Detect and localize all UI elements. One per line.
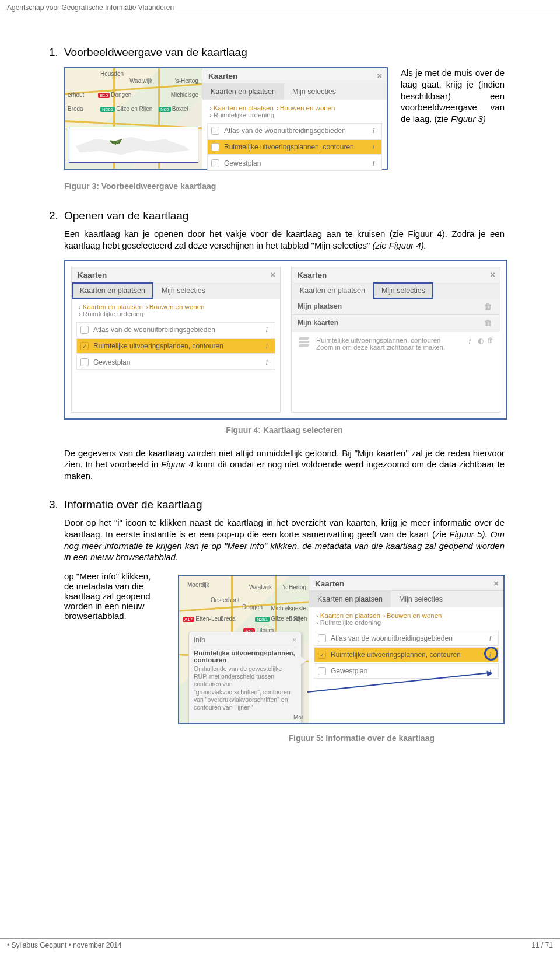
- close-icon[interactable]: ×: [377, 71, 382, 81]
- panel-mijn-selecties: Kaarten × Kaarten en plaatsen Mijn selec…: [291, 267, 501, 413]
- section-1-title: 1.Voorbeeldweergave van de kaartlaag: [49, 46, 505, 59]
- footer-page-number: 11 / 71: [531, 941, 553, 949]
- panel-kaarten-plaatsen: Kaarten × Kaarten en plaatsen Mijn selec…: [71, 267, 281, 413]
- layer-row[interactable]: Gewestplan i: [76, 355, 275, 370]
- info-icon[interactable]: i: [262, 341, 271, 351]
- page-body: 1.Voorbeeldweergave van de kaartlaag Heu…: [0, 17, 560, 743]
- panel-title: Kaarten ×: [292, 267, 500, 282]
- info-icon[interactable]: i: [262, 358, 271, 367]
- footer-left: • Syllabus Geopunt • november 2014: [7, 941, 122, 949]
- trash-icon[interactable]: 🗑: [482, 302, 494, 311]
- section-1-body: Heusden Waalwijk 's-Hertog erhout E10Don…: [64, 65, 505, 204]
- tab-kaarten-en-plaatsen[interactable]: Kaarten en plaatsen: [202, 83, 284, 100]
- panel-tabs: Kaarten en plaatsen Mijn selecties: [309, 591, 503, 607]
- document-footer: • Syllabus Geopunt • november 2014 11 / …: [0, 938, 560, 949]
- org-name: Agentschap voor Geografische Informatie …: [7, 4, 174, 12]
- close-icon[interactable]: ×: [494, 578, 499, 588]
- breadcrumb: ›Kaarten en plaatsen ›Bouwen en wonen ›R…: [309, 607, 503, 627]
- layer-thumbnail: [69, 127, 198, 163]
- checkbox-icon[interactable]: [211, 127, 219, 135]
- tab-mijn-selecties[interactable]: Mijn selecties: [284, 83, 344, 100]
- tab-mijn-selecties[interactable]: Mijn selecties: [391, 591, 451, 607]
- layer-row[interactable]: Atlas van de woonuitbreidingsgebieden i: [76, 322, 275, 337]
- info-icon[interactable]: i: [369, 126, 378, 135]
- tab-mijn-selecties[interactable]: Mijn selecties: [373, 282, 433, 299]
- checkbox-icon[interactable]: [318, 634, 326, 642]
- layer-list: Atlas van de woonuitbreidingsgebieden i …: [72, 319, 280, 376]
- layer-row[interactable]: Atlas van de woonuitbreidingsgebieden i: [207, 123, 382, 138]
- trash-icon[interactable]: 🗑: [487, 337, 494, 346]
- layers-icon: [298, 337, 310, 347]
- layer-row[interactable]: Gewestplan i: [207, 156, 382, 171]
- section-2-title: 2.Openen van de kaartlaag: [49, 209, 505, 222]
- section-3-title: 3.Informatie over de kaartlaag: [49, 498, 505, 511]
- popup-more-info-link[interactable]: Meer info: [194, 722, 296, 723]
- figure-5-screenshot: Moerdijk Waalwijk 's-Hertog Oosterhout D…: [178, 575, 505, 724]
- mijn-kaarten-heading: Mijn kaarten: [298, 319, 338, 327]
- close-icon[interactable]: ×: [270, 270, 275, 279]
- figure-4-caption: Figuur 4: Kaartlaag selecteren: [64, 425, 505, 435]
- popup-title: Info: [194, 636, 205, 644]
- checkbox-icon[interactable]: [211, 159, 219, 167]
- checkbox-checked-icon[interactable]: [80, 342, 89, 350]
- checkbox-checked-icon[interactable]: [318, 651, 326, 659]
- panel-title: Kaarten ×: [202, 68, 387, 83]
- tab-kaarten-en-plaatsen[interactable]: Kaarten en plaatsen: [292, 282, 373, 299]
- tab-kaarten-en-plaatsen[interactable]: Kaarten en plaatsen: [72, 282, 153, 299]
- figure-3-screenshot: Heusden Waalwijk 's-Hertog erhout E10Don…: [64, 67, 388, 170]
- arrow-head-icon: [487, 670, 494, 677]
- checkbox-icon[interactable]: [80, 326, 89, 334]
- figure-5-caption: Figuur 5: Informatie over de kaartlaag: [64, 733, 505, 743]
- close-icon[interactable]: ×: [292, 636, 296, 644]
- panel-title: Kaarten ×: [309, 576, 503, 591]
- layer-row[interactable]: Gewestplan i: [314, 663, 499, 679]
- info-icon[interactable]: i: [485, 634, 495, 643]
- popup-body: Omhullende van de gewestelijke RUP, met …: [194, 665, 296, 711]
- layer-row-selected[interactable]: Ruimtelijke uitvoeringsplannen, contoure…: [76, 338, 275, 354]
- tab-kaarten-en-plaatsen[interactable]: Kaarten en plaatsen: [309, 591, 391, 607]
- section-2-paragraph-2: De gegevens van de kaartlaag worden niet…: [64, 448, 505, 482]
- panel-tabs: Kaarten en plaatsen Mijn selecties: [292, 282, 500, 299]
- popup-layer-title: Ruimtelijke uitvoeringsplannen, contoure…: [194, 649, 296, 663]
- map-preview: Heusden Waalwijk 's-Hertog erhout E10Don…: [65, 68, 202, 169]
- checkbox-icon[interactable]: [80, 358, 89, 366]
- breadcrumb: ›Kaarten en plaatsen ›Bouwen en wonen ›R…: [72, 299, 280, 319]
- info-icon[interactable]: i: [465, 337, 474, 346]
- map-preview: Moerdijk Waalwijk 's-Hertog Oosterhout D…: [179, 576, 309, 723]
- kaarten-panel: Kaarten × Kaarten en plaatsen Mijn selec…: [309, 576, 503, 723]
- highlight-circle-icon: [484, 647, 498, 661]
- trash-icon[interactable]: 🗑: [482, 319, 494, 327]
- settings-icon[interactable]: ◐: [478, 337, 484, 346]
- checkbox-icon[interactable]: [211, 143, 219, 151]
- figure-3-caption: Figuur 3: Voorbeeldweergave kaartlaag: [64, 181, 505, 191]
- layer-list: Atlas van de woonuitbreidingsgebieden i …: [202, 120, 387, 177]
- selected-layer-entry: Ruimtelijke uitvoeringsplannen, contoure…: [292, 331, 500, 355]
- layer-row-hover[interactable]: Ruimtelijke uitvoeringsplannen, contoure…: [207, 139, 382, 155]
- kaarten-panel: Kaarten × Kaarten en plaatsen Mijn selec…: [202, 68, 387, 169]
- info-icon[interactable]: i: [369, 159, 378, 168]
- layer-row-selected[interactable]: Ruimtelijke uitvoeringsplannen, contoure…: [314, 647, 499, 662]
- checkbox-icon[interactable]: [318, 667, 326, 675]
- close-icon[interactable]: ×: [490, 270, 495, 279]
- mijn-plaatsen-heading: Mijn plaatsen: [298, 302, 342, 311]
- panel-title: Kaarten ×: [72, 267, 280, 282]
- breadcrumb: ›Kaarten en plaatsen ›Bouwen en wonen ›R…: [202, 100, 387, 120]
- info-popup: Info × Ruimtelijke uitvoeringsplannen, c…: [188, 632, 302, 723]
- info-icon[interactable]: i: [369, 142, 378, 152]
- document-header: Agentschap voor Geografische Informatie …: [0, 0, 560, 12]
- figure-4-screenshot: Kaarten × Kaarten en plaatsen Mijn selec…: [64, 260, 508, 420]
- layer-row[interactable]: Atlas van de woonuitbreidingsgebieden i: [314, 631, 499, 646]
- section-2-paragraph: Een kaartlaag kan je openen door het vak…: [64, 228, 505, 251]
- panel-tabs: Kaarten en plaatsen Mijn selecties: [72, 282, 280, 299]
- tab-mijn-selecties[interactable]: Mijn selecties: [153, 282, 214, 299]
- section-3-paragraph-lead: Door op het "i" icoon te klikken naast d…: [64, 517, 505, 563]
- info-icon[interactable]: i: [262, 325, 271, 334]
- layer-list: Atlas van de woonuitbreidingsgebieden i …: [309, 627, 503, 684]
- panel-tabs: Kaarten en plaatsen Mijn selecties: [202, 83, 387, 100]
